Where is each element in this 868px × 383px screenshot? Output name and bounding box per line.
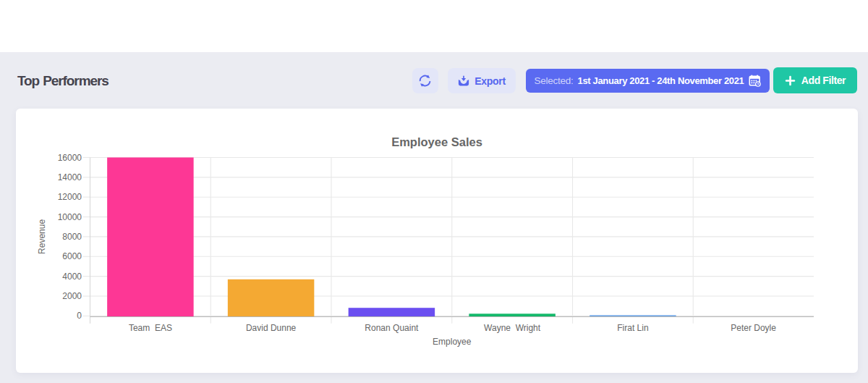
svg-text:Team EAS: Team EAS — [129, 323, 172, 333]
svg-text:6000: 6000 — [62, 251, 82, 261]
svg-text:2000: 2000 — [62, 291, 82, 301]
svg-text:Revenue: Revenue — [38, 219, 48, 254]
svg-text:Wayne Wright: Wayne Wright — [484, 323, 541, 333]
svg-text:12000: 12000 — [58, 192, 82, 202]
svg-text:8000: 8000 — [62, 232, 82, 242]
svg-text:4000: 4000 — [62, 272, 82, 282]
svg-text:Employee: Employee — [433, 337, 472, 347]
svg-text:David Dunne: David Dunne — [246, 323, 297, 333]
svg-text:Firat Lin: Firat Lin — [617, 323, 648, 333]
svg-text:Employee Sales: Employee Sales — [391, 135, 482, 148]
svg-text:Peter Doyle: Peter Doyle — [731, 323, 776, 333]
svg-text:Ronan Quaint: Ronan Quaint — [365, 323, 419, 333]
svg-text:16000: 16000 — [58, 153, 82, 163]
svg-text:14000: 14000 — [58, 172, 82, 182]
svg-text:10000: 10000 — [58, 212, 82, 222]
svg-text:0: 0 — [77, 311, 82, 321]
